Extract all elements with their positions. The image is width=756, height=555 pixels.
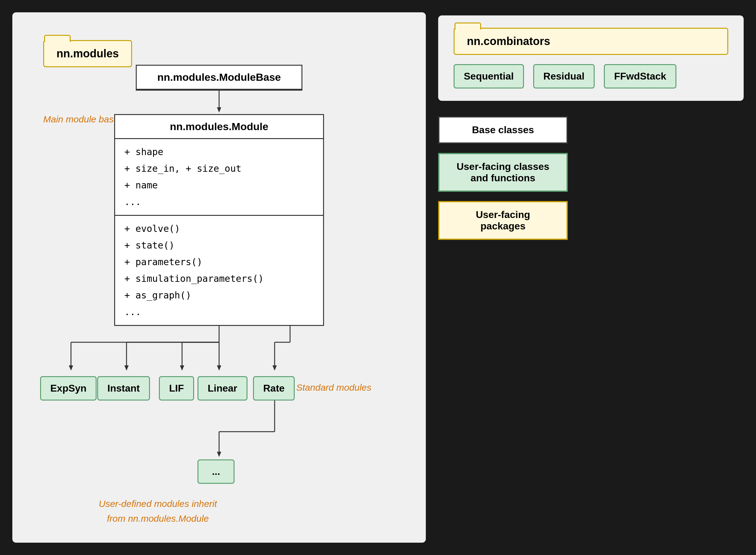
method-parameters: + parameters() [124,254,314,270]
attr-name: + name [124,177,314,194]
module-base-title: nn.modules.ModuleBase [137,66,302,90]
lif-box: LIF [159,376,194,400]
method-evolve: + evolve() [124,220,314,237]
dots-box: ... [197,459,235,484]
svg-marker-17 [273,366,277,371]
svg-marker-13 [217,366,221,371]
rate-box: Rate [253,376,295,400]
instant-box: Instant [97,376,150,400]
legend-user-facing: User-facing classesand functions [438,153,744,192]
legend-package-box: User-facingpackages [438,201,568,240]
nn-modules-package: nn.modules [43,40,132,67]
legend-package: User-facingpackages [438,201,744,240]
method-graph: + as_graph() [124,287,314,304]
legend-section: Base classes User-facing classesand func… [438,110,744,246]
attr-dots: ... [124,194,314,210]
method-simulation: + simulation_parameters() [124,270,314,287]
module-methods: + evolve() + state() + parameters() + si… [115,216,323,325]
module-title: nn.modules.Module [115,115,323,139]
method-dots: ... [124,304,314,321]
module-base-box: nn.modules.ModuleBase [136,65,303,91]
sequential-box: Sequential [453,64,524,88]
left-panel: nn.modules nn.modules.ModuleBase Main mo… [12,12,426,543]
svg-marker-1 [217,107,221,113]
right-panel: nn.combinators Sequential Residual FFwdS… [438,12,744,543]
residual-box: Residual [533,64,595,88]
svg-marker-8 [124,366,129,371]
combinators-section: nn.combinators Sequential Residual FFwdS… [438,15,744,101]
user-defined-annotation: User-defined modules inheritfrom nn.modu… [99,497,217,526]
nn-combinators-package: nn.combinators [453,28,728,55]
main-container: nn.modules nn.modules.ModuleBase Main mo… [0,0,756,555]
standard-modules-label: Standard modules [296,382,371,393]
left-content: nn.modules nn.modules.ModuleBase Main mo… [31,28,407,527]
svg-marker-21 [217,452,221,457]
module-attributes: + shape + size_in, + size_out + name ... [115,139,323,216]
svg-marker-5 [69,366,73,371]
method-state: + state() [124,237,314,254]
module-box: nn.modules.Module + shape + size_in, + s… [114,114,324,326]
legend-user-facing-box: User-facing classesand functions [438,153,568,192]
attr-shape: + shape [124,144,314,160]
attr-size: + size_in, + size_out [124,160,314,177]
ffwdstack-box: FFwdStack [604,64,676,88]
combinators-row: Sequential Residual FFwdStack [453,64,728,88]
legend-base: Base classes [438,116,744,144]
linear-box: Linear [197,376,247,400]
expsyn-box: ExpSyn [40,376,96,400]
legend-base-box: Base classes [438,116,568,144]
svg-marker-11 [180,366,184,371]
